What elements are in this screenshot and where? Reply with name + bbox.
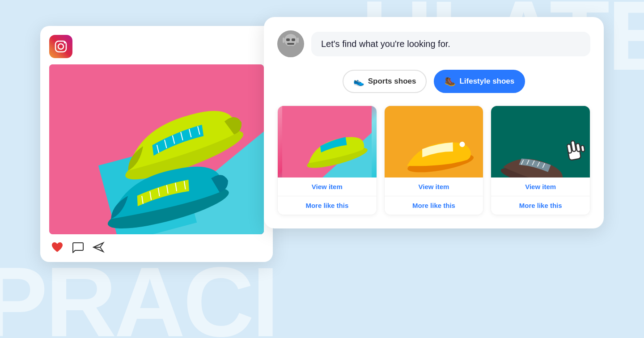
product-card-2: View item More like this	[384, 106, 484, 215]
more-like-btn-2[interactable]: More like this	[385, 196, 483, 215]
svg-rect-28	[297, 38, 299, 43]
sports-emoji: 👟	[353, 76, 364, 87]
instagram-card	[40, 26, 273, 262]
svg-point-3	[64, 42, 66, 44]
share-icon[interactable]	[92, 241, 105, 253]
view-item-btn-2[interactable]: View item	[385, 177, 483, 196]
chat-text: Let's find what you're looking for.	[321, 39, 450, 49]
product-grid: View item More like this	[277, 106, 590, 215]
product-card-1: View item More like this	[277, 106, 377, 215]
product-image-2	[385, 106, 483, 177]
instagram-actions	[49, 241, 264, 253]
view-item-btn-3[interactable]: View item	[491, 177, 590, 196]
product-image-3	[491, 106, 590, 177]
sports-label: Sports shoes	[368, 77, 416, 86]
ai-card: Let's find what you're looking for. 👟 Sp…	[264, 17, 604, 228]
instagram-header	[49, 35, 264, 58]
product-actions-2: View item More like this	[385, 177, 483, 215]
sports-shoes-btn[interactable]: 👟 Sports shoes	[343, 70, 427, 93]
lifestyle-shoes-btn[interactable]: 🥾 Lifestyle shoes	[434, 70, 525, 93]
product-actions-1: View item More like this	[278, 177, 377, 215]
avatar	[277, 30, 304, 57]
category-buttons: 👟 Sports shoes 🥾 Lifestyle shoes	[277, 70, 590, 93]
comment-icon[interactable]	[72, 241, 84, 253]
svg-rect-26	[287, 43, 294, 45]
heart-icon[interactable]	[51, 241, 64, 253]
svg-rect-25	[292, 38, 295, 41]
product-image-1	[278, 106, 377, 177]
svg-rect-24	[286, 38, 290, 41]
svg-rect-27	[283, 38, 284, 43]
product-actions-3: View item More like this	[491, 177, 590, 215]
instagram-icon	[49, 35, 72, 58]
instagram-photo	[49, 64, 264, 234]
scene: Let's find what you're looking for. 👟 Sp…	[40, 17, 604, 321]
lifestyle-label: Lifestyle shoes	[459, 77, 514, 86]
svg-rect-0	[49, 35, 72, 58]
more-like-btn-3[interactable]: More like this	[491, 196, 590, 215]
view-item-btn-1[interactable]: View item	[278, 177, 377, 196]
chat-header: Let's find what you're looking for.	[277, 30, 590, 57]
product-card-3: View item More like this	[491, 106, 590, 215]
chat-bubble: Let's find what you're looking for.	[311, 32, 590, 56]
more-like-btn-1[interactable]: More like this	[278, 196, 377, 215]
lifestyle-emoji: 🥾	[445, 76, 456, 87]
